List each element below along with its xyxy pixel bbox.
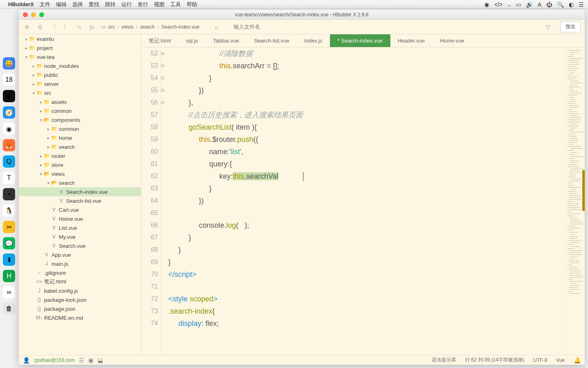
dock-app1[interactable]: ◐ [3,90,15,102]
tree-item-Search.vue[interactable]: VSearch.vue [19,241,141,250]
run-icon[interactable]: ▷ [88,23,96,31]
list-icon[interactable]: ☰ [79,357,84,364]
tree-item-examlu[interactable]: ▸📁examlu [19,34,141,43]
maximize-button[interactable] [39,12,44,17]
tree-item-server[interactable]: ▸📁server [19,79,141,88]
tree-item-src[interactable]: ▾📁src [19,88,141,97]
menu-help[interactable]: 帮助 [187,1,197,8]
tree-item-App.vue[interactable]: VApp.vue [19,250,141,259]
tree-item-笔记.html[interactable]: <>笔记.html [19,277,141,286]
status-syntax[interactable]: 语法提示库 [432,357,456,364]
dock-firefox[interactable]: 🦊 [3,139,15,151]
tab-sql.js[interactable]: sql.js [178,34,206,47]
dock-chrome[interactable]: ◉ [3,123,15,135]
user-icon[interactable]: 👤 [23,357,30,364]
terminal-icon[interactable]: ▣ [88,357,94,364]
save-all-icon[interactable]: ⎘ [23,23,31,31]
tree-item-node_modules[interactable]: ▸📁node_modules [19,61,141,70]
breadcrumb[interactable]: ▭ src› views› search› Search-index.vue [101,24,199,30]
tab-笔记.html[interactable]: 笔记.html [141,34,178,47]
dock-app4[interactable]: ⬇ [3,254,15,266]
wifi-icon[interactable]: ⌵ [508,1,511,8]
tree-item-Home.vue[interactable]: VHome.vue [19,214,141,223]
tree-item-.gitignore[interactable]: ▫.gitignore [19,268,141,277]
tree-item-common[interactable]: ▸📁common [19,124,141,133]
breadcrumb-0[interactable]: src [108,24,115,30]
tree-item-home[interactable]: ▸📁home [19,133,141,142]
tree-item-List.vue[interactable]: VList.vue [19,223,141,232]
control-center-icon[interactable]: ☰ [579,1,584,8]
status-language[interactable]: Vue [556,357,565,363]
tree-item-babel.config.js[interactable]: Jbabel.config.js [19,286,141,295]
code-icon[interactable]: </> [494,1,502,8]
file-search-input[interactable] [232,22,539,31]
filter-icon[interactable]: ▽ [544,23,552,31]
quick-open-icon[interactable]: ⌕ [212,23,220,31]
close-button[interactable] [23,12,28,17]
tree-item-router[interactable]: ▸📁router [19,151,141,160]
tree-item-Cart.vue[interactable]: VCart.vue [19,205,141,214]
tree-item-package.json[interactable]: {}package.json [19,304,141,313]
fold-column[interactable]: ⊟⊟⊟⊟⊟ [161,47,167,355]
tree-item-public[interactable]: ▸📁public [19,70,141,79]
dock-safari[interactable]: 🧭 [3,106,15,119]
tree-item-README.en.md[interactable]: M↓README.en.md [19,313,141,322]
file-explorer[interactable]: ▸📁examlu▸📁project▾📁vue-tea▸📁node_modules… [19,34,141,355]
tab-Tabbar.vue[interactable]: Tabbar.vue [206,34,247,47]
dock-calendar[interactable]: 18 [3,74,15,86]
tree-item-package-lock.json[interactable]: {}package-lock.json [19,295,141,304]
tree-item-views[interactable]: ▾📂views [19,169,141,178]
menu-select[interactable]: 选择 [72,1,83,8]
minimap[interactable] [565,47,585,355]
dock-app2[interactable]: Q [3,155,15,168]
siri-icon[interactable]: ◐ [569,1,574,8]
tab-Search-list.vue[interactable]: Search-list.vue [247,34,297,47]
breadcrumb-1[interactable]: views [121,24,134,30]
minimize-button[interactable] [31,12,36,17]
tree-item-search[interactable]: ▾📂search [19,178,141,187]
menu-tool[interactable]: 工具 [170,1,181,8]
app-name[interactable]: HBuilderX [8,1,34,7]
star-icon[interactable]: ☆ [75,23,83,31]
input-icon[interactable]: A [538,1,541,8]
record-icon[interactable]: ◉ [484,1,489,8]
save-icon[interactable]: ⎙ [36,23,44,31]
menu-goto[interactable]: 跳转 [105,1,116,8]
tree-item-Search-index.vue[interactable]: VSearch-index.vue [19,187,141,196]
dock-trash[interactable]: 🗑 [3,303,15,315]
tab-Search-index.vue[interactable]: *Search-index.vue [330,34,390,47]
menu-file[interactable]: 文件 [40,1,50,8]
tree-item-assets[interactable]: ▸📁assets [19,97,141,106]
dock-terminal[interactable]: ▪ [3,188,15,200]
tree-item-My.vue[interactable]: VMy.vue [19,232,141,241]
tree-item-store[interactable]: ▸📁store [19,160,141,169]
code-editor[interactable]: //清除数据 this.searchArr = []; } }) }, //点击… [167,47,565,355]
dock-qq[interactable]: 🐧 [3,204,15,217]
dock-text[interactable]: T [3,172,15,184]
bell-icon[interactable]: 🔔 [574,357,581,364]
menu-publish[interactable]: 发行 [138,1,148,8]
tree-item-common[interactable]: ▸📁common [19,106,141,115]
breadcrumb-3[interactable]: Search-index.vue [161,24,199,30]
tree-item-project[interactable]: ▸📁project [19,43,141,52]
minimap-viewport[interactable] [582,170,585,211]
search-icon[interactable]: 🔍 [557,1,564,8]
nav-back-icon[interactable]: 〈 [49,23,57,31]
preview-button[interactable]: 预览 [560,21,581,32]
status-position[interactable]: 行:62 列:39 (14字符被选择) [465,357,524,364]
nav-forward-icon[interactable]: 〉 [62,23,70,31]
status-email[interactable]: zpsthao@163.com [34,357,75,363]
volume-icon[interactable]: 🔊 [526,1,533,8]
menu-run[interactable]: 运行 [121,1,132,8]
tab-index.js[interactable]: index.js [297,34,330,47]
breadcrumb-2[interactable]: search [140,24,155,30]
debug-icon[interactable]: ⬓ [98,357,103,364]
menu-view[interactable]: 视图 [154,1,165,8]
dock-hbuilder[interactable]: H [3,270,15,282]
dock-finder[interactable]: 😀 [3,57,15,70]
tree-item-Search-list.vue[interactable]: VSearch-list.vue [19,196,141,205]
clock-icon[interactable]: ⏻ [546,1,552,8]
tree-item-search[interactable]: ▸📁search [19,142,141,151]
status-encoding[interactable]: UTF-8 [533,357,547,363]
tree-item-main.js[interactable]: Jmain.js [19,259,141,268]
